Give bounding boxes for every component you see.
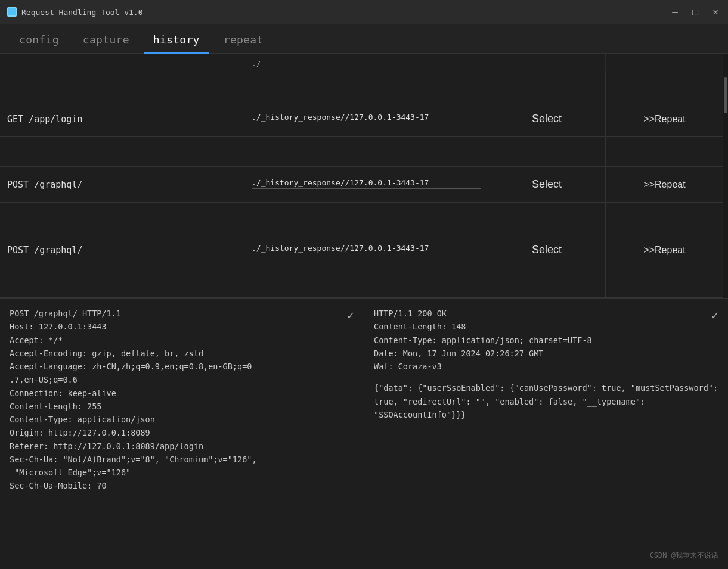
path-cell: ./ xyxy=(244,54,488,71)
check-icon: ✓ xyxy=(347,306,354,325)
path-cell: ./_history_response//127.0.0.1-3443-17 xyxy=(244,101,488,136)
response-panel: ✓ HTTP/1.1 200 OK Content-Length: 148 Co… xyxy=(364,299,728,569)
method-label: GET /app/login xyxy=(7,114,237,125)
method-cell xyxy=(0,203,244,232)
select-cell xyxy=(488,137,606,166)
table-row: GET /app/login ./_history_response//127.… xyxy=(0,101,723,137)
history-table: ./ GET /app/login ./_history_response//1… xyxy=(0,54,723,298)
repeat-cell xyxy=(606,203,723,232)
select-cell xyxy=(488,268,606,297)
method-cell xyxy=(0,268,244,297)
method-cell: POST /graphql/ xyxy=(0,167,244,202)
select-cell xyxy=(488,71,606,101)
repeat-cell[interactable]: >>Repeat xyxy=(606,232,723,268)
tab-bar: config capture history repeat xyxy=(0,24,728,54)
history-table-wrapper: ./ GET /app/login ./_history_response//1… xyxy=(0,54,728,298)
table-row: ./ xyxy=(0,54,723,71)
path-label: ./_history_response//127.0.0.1-3443-17 xyxy=(252,113,481,123)
path-cell xyxy=(244,137,488,166)
tab-capture[interactable]: capture xyxy=(73,27,139,54)
check-icon: ✓ xyxy=(711,306,718,325)
path-cell: ./_history_response//127.0.0.1-3443-17 xyxy=(244,167,488,202)
repeat-cell xyxy=(606,137,723,166)
repeat-button[interactable]: >>Repeat xyxy=(606,167,723,202)
repeat-cell xyxy=(606,54,723,71)
select-button[interactable]: Select xyxy=(488,232,605,268)
tab-repeat[interactable]: repeat xyxy=(214,27,273,54)
table-row xyxy=(0,71,723,101)
select-button[interactable]: Select xyxy=(488,167,605,202)
app-icon xyxy=(7,7,17,17)
path-label: ./_history_response//127.0.0.1-3443-17 xyxy=(252,244,481,254)
path-cell: ./_history_response//127.0.0.1-3443-17 xyxy=(244,232,488,268)
scrollbar[interactable] xyxy=(723,54,728,298)
minimize-button[interactable]: — xyxy=(670,7,680,17)
request-panel: ✓ POST /graphql/ HTTP/1.1 Host: 127.0.0.… xyxy=(0,299,364,569)
repeat-button[interactable]: >>Repeat xyxy=(606,232,723,268)
path-label: ./ xyxy=(252,59,481,68)
main-content: ./ GET /app/login ./_history_response//1… xyxy=(0,54,728,569)
method-cell xyxy=(0,71,244,101)
response-headers: HTTP/1.1 200 OK Content-Length: 148 Cont… xyxy=(374,307,718,373)
request-content: POST /graphql/ HTTP/1.1 Host: 127.0.0.1:… xyxy=(10,307,354,493)
close-button[interactable]: ✕ xyxy=(710,7,721,17)
title-bar: Request Handling Tool v1.0 — □ ✕ xyxy=(0,0,728,24)
method-label: POST /graphql/ xyxy=(7,245,237,256)
table-row xyxy=(0,137,723,167)
method-label: POST /graphql/ xyxy=(7,179,237,190)
repeat-cell[interactable]: >>Repeat xyxy=(606,167,723,202)
scrollbar-thumb[interactable] xyxy=(724,77,727,113)
title-bar-left: Request Handling Tool v1.0 xyxy=(7,7,143,17)
path-label: ./_history_response//127.0.0.1-3443-17 xyxy=(252,178,481,189)
repeat-cell xyxy=(606,268,723,297)
response-body: {"data": {"userSsoEnabled": {"canUsePass… xyxy=(374,381,718,421)
repeat-button[interactable]: >>Repeat xyxy=(606,101,723,136)
method-cell xyxy=(0,54,244,71)
path-cell xyxy=(244,71,488,101)
repeat-cell xyxy=(606,71,723,101)
window-controls: — □ ✕ xyxy=(670,7,721,17)
window-title: Request Handling Tool v1.0 xyxy=(21,8,143,17)
table-row xyxy=(0,268,723,298)
path-cell xyxy=(244,203,488,232)
table-row: POST /graphql/ ./_history_response//127.… xyxy=(0,167,723,203)
table-row xyxy=(0,203,723,232)
tab-config[interactable]: config xyxy=(10,27,69,54)
select-cell xyxy=(488,54,606,71)
repeat-cell[interactable]: >>Repeat xyxy=(606,101,723,136)
tab-history[interactable]: history xyxy=(144,27,209,54)
detail-area: ✓ POST /graphql/ HTTP/1.1 Host: 127.0.0.… xyxy=(0,298,728,569)
watermark: CSDN @我重来不说话 xyxy=(650,550,718,562)
method-cell xyxy=(0,137,244,166)
maximize-button[interactable]: □ xyxy=(690,7,701,17)
select-cell xyxy=(488,203,606,232)
select-button[interactable]: Select xyxy=(488,101,605,136)
select-cell[interactable]: Select xyxy=(488,232,606,268)
path-cell xyxy=(244,268,488,297)
select-cell[interactable]: Select xyxy=(488,101,606,136)
select-cell[interactable]: Select xyxy=(488,167,606,202)
method-cell: GET /app/login xyxy=(0,101,244,136)
table-row: POST /graphql/ ./_history_response//127.… xyxy=(0,232,723,268)
method-cell: POST /graphql/ xyxy=(0,232,244,268)
